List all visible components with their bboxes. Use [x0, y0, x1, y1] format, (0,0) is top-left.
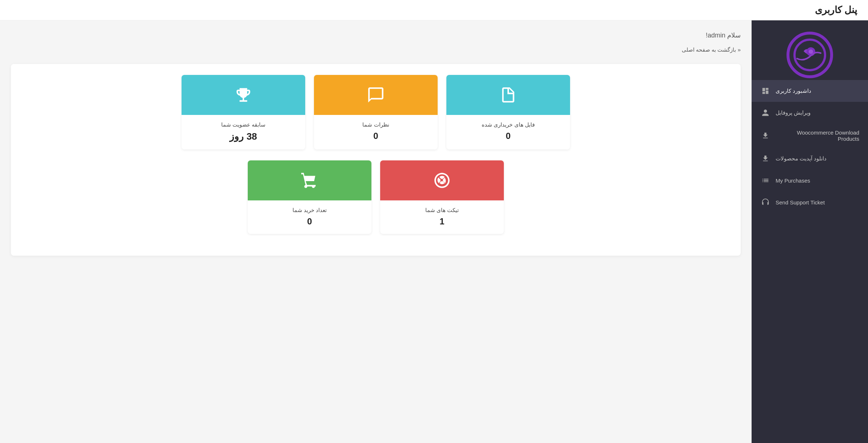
card-info-membership: سابقه عضویت شما 38 روز: [182, 115, 305, 149]
sidebar-item-dashboard[interactable]: داشبورد کاربری: [752, 80, 868, 102]
cards-row-1: فایل های خریداری شده 0 نظرات شما: [22, 75, 730, 149]
card-value-comments: 0: [320, 131, 432, 141]
card-label-files: فایل های خریداری شده: [452, 121, 564, 128]
card-value-purchases: 0: [254, 216, 366, 227]
card-value-membership: 38 روز: [187, 131, 299, 142]
card-icon-files: [446, 75, 570, 115]
page-wrapper: پنل کاربری سلام admin! « بازگشت به صفحه …: [0, 0, 868, 443]
cards-row-2: تیکت های شما 1 تعداد خرید شما: [22, 160, 730, 234]
card-icon-comments: [314, 75, 438, 115]
stat-card-purchases: تعداد خرید شما 0: [248, 160, 371, 234]
svg-point-3: [809, 49, 813, 54]
sidebar-label-profile: ویرایش پروفایل: [776, 109, 811, 116]
sidebar: داشبورد کاربری ویرایش پروفایل Woocommerc…: [752, 20, 868, 443]
list-icon: [760, 175, 771, 185]
main-layout: سلام admin! « بازگشت به صفحه اصلی: [0, 20, 868, 443]
card-value-files: 0: [452, 131, 564, 141]
brand-logo: [786, 31, 833, 79]
card-icon-membership: [182, 75, 305, 115]
sidebar-label-support-ticket: Send Support Ticket: [776, 199, 825, 205]
file-icon: [499, 86, 517, 104]
sidebar-item-profile[interactable]: ویرایش پروفایل: [752, 102, 868, 124]
sidebar-label-dashboard: داشبورد کاربری: [776, 88, 811, 94]
stat-card-files: فایل های خریداری شده 0: [446, 75, 570, 149]
sidebar-item-my-purchases[interactable]: My Purchases: [752, 169, 868, 191]
sidebar-item-update-download[interactable]: دانلود آپدیت محصولات: [752, 148, 868, 169]
person-icon: [760, 108, 771, 118]
sidebar-item-woo-download[interactable]: Woocommerce Download Products: [752, 124, 868, 148]
cart-icon: [300, 171, 319, 189]
card-label-purchases: تعداد خرید شما: [254, 207, 366, 213]
card-label-membership: سابقه عضویت شما: [187, 121, 299, 128]
page-title: پنل کاربری: [11, 4, 857, 16]
download-icon: [760, 131, 771, 141]
stat-card-membership: سابقه عضویت شما 38 روز: [182, 75, 305, 149]
dashboard-icon: [760, 86, 771, 96]
download2-icon: [760, 153, 771, 164]
headset-icon: [760, 197, 771, 207]
lifebuoy-icon: [433, 171, 451, 189]
welcome-message: سلام admin!: [11, 31, 741, 39]
card-info-comments: نظرات شما 0: [314, 115, 438, 148]
sidebar-label-my-purchases: My Purchases: [776, 177, 810, 184]
dashboard-card-container: فایل های خریداری شده 0 نظرات شما: [11, 64, 741, 256]
back-link[interactable]: « بازگشت به صفحه اصلی: [682, 47, 741, 53]
sidebar-label-update-download: دانلود آپدیت محصولات: [776, 155, 827, 162]
top-header: پنل کاربری: [0, 0, 868, 20]
sidebar-label-woo-download: Woocommerce Download Products: [776, 129, 859, 142]
stat-card-comments: نظرات شما 0: [314, 75, 438, 149]
card-info-files: فایل های خریداری شده 0: [446, 115, 570, 148]
card-label-comments: نظرات شما: [320, 121, 432, 128]
card-label-tickets: تیکت های شما: [386, 207, 498, 213]
comment-icon: [367, 86, 385, 104]
sidebar-logo: [786, 31, 833, 80]
card-info-purchases: تعداد خرید شما 0: [248, 200, 371, 234]
card-icon-purchases: [248, 160, 371, 200]
card-icon-tickets: [380, 160, 504, 200]
main-content: سلام admin! « بازگشت به صفحه اصلی: [0, 20, 752, 443]
trophy-icon: [234, 86, 252, 104]
card-info-tickets: تیکت های شما 1: [380, 200, 504, 234]
stat-card-tickets: تیکت های شما 1: [380, 160, 504, 234]
sidebar-navigation: داشبورد کاربری ویرایش پروفایل Woocommerc…: [752, 80, 868, 213]
card-value-tickets: 1: [386, 216, 498, 227]
sidebar-item-support-ticket[interactable]: Send Support Ticket: [752, 191, 868, 213]
